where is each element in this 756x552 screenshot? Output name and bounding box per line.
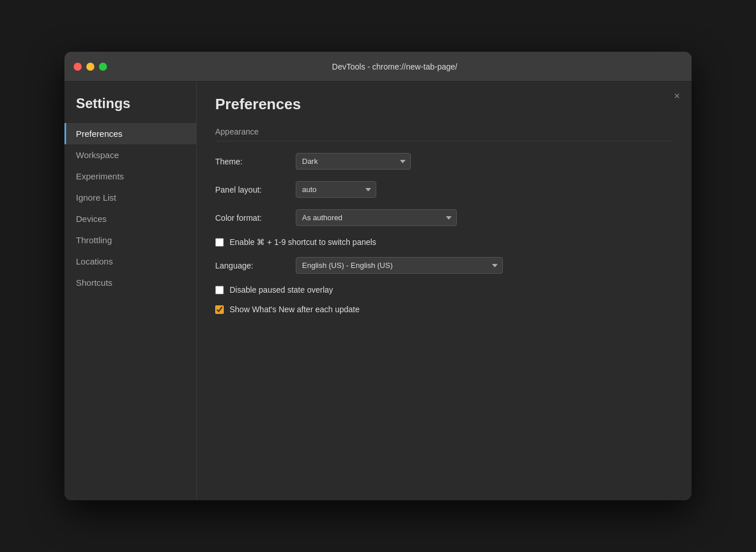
sidebar-item-experiments[interactable]: Experiments — [64, 166, 196, 187]
sidebar-item-ignore-list[interactable]: Ignore List — [64, 187, 196, 208]
close-button[interactable] — [74, 63, 82, 71]
disable-paused-checkbox[interactable] — [215, 286, 224, 294]
language-label: Language: — [215, 261, 296, 270]
maximize-button[interactable] — [99, 63, 107, 71]
titlebar: DevTools - chrome://new-tab-page/ — [64, 52, 692, 82]
disable-paused-label: Disable paused state overlay — [230, 285, 333, 294]
language-row: Language: English (US) - English (US) Sy… — [215, 257, 673, 274]
sidebar-item-locations[interactable]: Locations — [64, 251, 196, 272]
shortcut-checkbox[interactable] — [215, 238, 224, 247]
panel-layout-select[interactable]: auto horizontal vertical — [296, 181, 376, 198]
shortcut-label: Enable ⌘ + 1-9 shortcut to switch panels — [230, 237, 376, 247]
color-format-label: Color format: — [215, 213, 296, 223]
theme-label: Theme: — [215, 157, 296, 166]
theme-select[interactable]: Dark Light System preference — [296, 153, 411, 170]
whats-new-label: Show What's New after each update — [230, 305, 360, 314]
sidebar-item-shortcuts[interactable]: Shortcuts — [64, 272, 196, 293]
theme-row: Theme: Dark Light System preference — [215, 153, 673, 170]
panel-layout-label: Panel layout: — [215, 185, 296, 194]
whats-new-row: Show What's New after each update — [215, 305, 673, 314]
main-content: × Preferences Appearance Theme: Dark Lig… — [197, 82, 692, 500]
whats-new-checkbox[interactable] — [215, 305, 224, 314]
color-format-row: Color format: As authored HEX RGB HSL — [215, 209, 673, 226]
section-appearance: Appearance — [215, 127, 673, 141]
minimize-button[interactable] — [86, 63, 94, 71]
traffic-lights — [74, 63, 107, 71]
devtools-window: DevTools - chrome://new-tab-page/ Settin… — [64, 52, 692, 500]
window-body: Settings Preferences Workspace Experimen… — [64, 82, 692, 500]
sidebar-item-preferences[interactable]: Preferences — [64, 123, 196, 144]
language-select[interactable]: English (US) - English (US) System defau… — [296, 257, 503, 274]
window-title: DevTools - chrome://new-tab-page/ — [107, 62, 682, 71]
sidebar: Settings Preferences Workspace Experimen… — [64, 82, 197, 500]
color-format-select[interactable]: As authored HEX RGB HSL — [296, 209, 457, 226]
disable-paused-row: Disable paused state overlay — [215, 285, 673, 294]
settings-close-button[interactable]: × — [674, 91, 680, 101]
content-area: Preferences Appearance Theme: Dark Light… — [197, 82, 692, 500]
shortcut-checkbox-row: Enable ⌘ + 1-9 shortcut to switch panels — [215, 237, 673, 247]
sidebar-item-throttling[interactable]: Throttling — [64, 229, 196, 251]
sidebar-item-workspace[interactable]: Workspace — [64, 144, 196, 166]
sidebar-item-devices[interactable]: Devices — [64, 208, 196, 229]
panel-layout-row: Panel layout: auto horizontal vertical — [215, 181, 673, 198]
sidebar-heading: Settings — [64, 95, 196, 123]
page-title: Preferences — [215, 95, 673, 113]
